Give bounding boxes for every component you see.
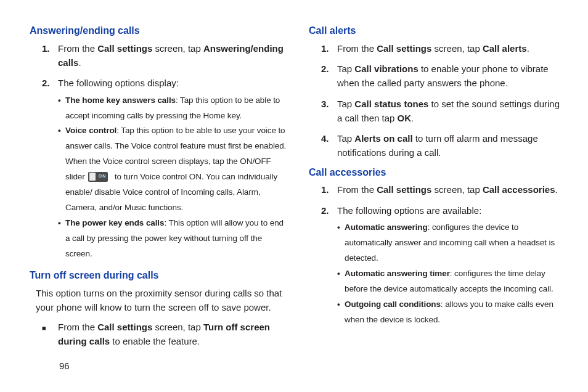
marker: 1. [309,182,337,197]
bold: Automatic answering [345,223,428,232]
text: . [555,184,558,195]
bold: Call accessories [483,184,555,195]
bold: The power key ends calls [65,218,164,227]
list-item: 2. The following options display: • The … [30,76,288,263]
bullet-marker: • [337,220,345,266]
bold: Call vibrations [354,63,418,74]
bold: OK [398,113,412,123]
list-item: 2. The following options are available: … [309,203,567,329]
heading-answering-ending: Answering/ending calls [30,25,288,38]
heading-call-accessories: Call accessories [309,166,567,179]
page: Answering/ending calls 1. From the Call … [0,0,588,392]
text: Tap [337,99,354,109]
list-item: 3. Tap Call status tones to set the soun… [309,97,567,126]
bold: Call settings [377,184,431,195]
square-item: ■ From the Call settings screen, tap Tur… [30,320,288,349]
bold: Call settings [97,43,152,54]
text: Tap [337,63,354,74]
marker: 3. [309,97,337,126]
marker: 4. [309,131,337,160]
text: screen, tap [431,43,483,54]
text: The following options are available: [337,205,481,216]
bold: Call status tones [354,99,428,109]
heading-call-alerts: Call alerts [309,25,567,38]
text: Tap [337,133,354,144]
marker: 1. [309,41,337,55]
heading-turn-off-screen: Turn off screen during calls [30,269,288,282]
text: The following options display: [58,78,179,88]
text: . [527,43,529,54]
bullet-body: The home key answers calls: Tap this opt… [65,93,288,124]
square-body: From the Call settings screen, tap Turn … [58,320,288,349]
paragraph: This option turns on the proximity senso… [36,286,288,315]
list-body: Tap Call vibrations to enable your phone… [337,62,567,91]
list-body: From the Call settings screen, tap Call … [337,182,567,197]
list-body: Tap Alerts on call to turn off alarm and… [337,131,567,160]
bullet-list: • Automatic answering: configures the de… [337,220,567,328]
list-body: From the Call settings screen, tap Call … [337,41,567,55]
list-body: From the Call settings screen, tap Answe… [58,41,288,70]
bold: Call settings [97,322,152,332]
bold: Automatic answering timer [345,269,450,278]
marker: 2. [309,62,337,91]
list-item: 1. From the Call settings screen, tap Ca… [309,41,567,55]
list-item: 1. From the Call settings screen, tap An… [30,41,288,70]
text: . [78,57,81,68]
list-call-alerts: 1. From the Call settings screen, tap Ca… [309,41,567,160]
left-column: Answering/ending calls 1. From the Call … [30,25,288,392]
text: From the [58,322,97,332]
bullet-marker: • [58,216,65,262]
text: to enable the feature. [110,336,200,346]
bold: Call alerts [483,43,527,54]
bullet-marker: • [58,93,65,124]
bullet-marker: • [337,266,345,297]
list-item: 4. Tap Alerts on call to turn off alarm … [309,131,567,160]
bullet-body: Automatic answering: configures the devi… [345,220,567,266]
bullet-item: • Voice control: Tap this option to be a… [58,123,288,216]
bold: Call settings [377,43,431,54]
on-toggle-icon [88,172,108,182]
list-item: 2. Tap Call vibrations to enable your ph… [309,62,567,91]
bold: The home key answers calls [65,96,176,105]
marker: 2. [30,76,58,263]
text: screen, tap [152,322,203,332]
marker: 2. [309,203,337,329]
bullet-marker: • [337,297,345,328]
page-number: 96 [59,361,70,371]
bold: Voice control [65,126,116,135]
list-body: The following options display: • The hom… [58,76,288,263]
list-item: 1. From the Call settings screen, tap Ca… [309,182,567,197]
bold: Alerts on call [354,133,412,144]
bullet-item: • The power key ends calls: This option … [58,216,288,262]
text: From the [337,43,377,54]
list-answering-ending: 1. From the Call settings screen, tap An… [30,41,288,263]
marker: 1. [30,41,58,70]
text: From the [337,184,377,195]
text: From the [58,43,97,54]
square-marker: ■ [30,320,58,349]
list-call-accessories: 1. From the Call settings screen, tap Ca… [309,182,567,329]
right-column: Call alerts 1. From the Call settings sc… [309,25,567,392]
bullet-marker: • [58,123,65,216]
text: screen, tap [152,43,203,54]
bullet-body: Automatic answering timer: configures th… [345,266,567,297]
bullet-item: • Outgoing call conditions: allows you t… [337,297,567,328]
bullet-item: • Automatic answering: configures the de… [337,220,567,266]
bullet-body: Voice control: Tap this option to be abl… [65,123,288,216]
bullet-body: Outgoing call conditions: allows you to … [345,297,567,328]
bullet-item: • Automatic answering timer: configures … [337,266,567,297]
list-body: The following options are available: • A… [337,203,567,329]
list-body: Tap Call status tones to set the sound s… [337,97,567,126]
bullet-item: • The home key answers calls: Tap this o… [58,93,288,124]
bullet-body: The power key ends calls: This option wi… [65,216,288,262]
square-list: ■ From the Call settings screen, tap Tur… [30,320,288,349]
bullet-list: • The home key answers calls: Tap this o… [58,93,288,263]
text: screen, tap [431,184,483,195]
bold: Outgoing call conditions [345,300,441,309]
text: . [411,113,414,123]
